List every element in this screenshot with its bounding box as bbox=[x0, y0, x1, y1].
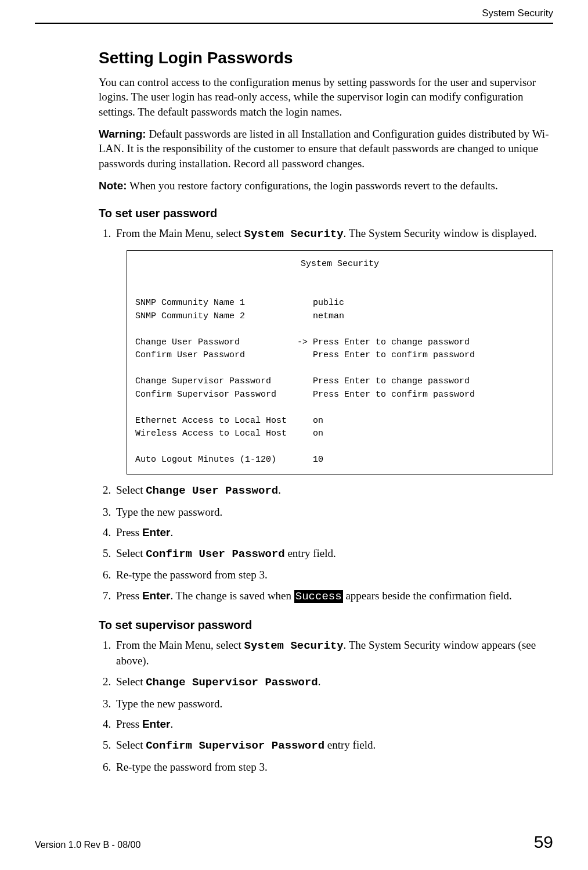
terminal-title: System Security bbox=[135, 258, 544, 271]
page-footer: Version 1.0 Rev B - 08/00 59 bbox=[35, 831, 553, 854]
status-success: Success bbox=[294, 590, 343, 603]
supervisor-password-steps: From the Main Menu, select System Securi… bbox=[99, 638, 553, 774]
user-password-heading: To set user password bbox=[99, 206, 553, 221]
terminal-line: SNMP Community Name 2 netman bbox=[135, 311, 344, 321]
list-item: Type the new password. bbox=[114, 696, 553, 711]
terminal-line: Ethernet Access to Local Host on bbox=[135, 416, 323, 426]
key-name: Enter bbox=[142, 589, 171, 602]
version-text: Version 1.0 Rev B - 08/00 bbox=[35, 839, 140, 851]
list-item: Select Confirm Supervisor Password entry… bbox=[114, 738, 553, 754]
list-item: Press Enter. bbox=[114, 717, 553, 732]
section-title: Setting Login Passwords bbox=[99, 47, 553, 69]
terminal-line: SNMP Community Name 1 public bbox=[135, 298, 344, 308]
warning-paragraph: Warning: Default passwords are listed in… bbox=[99, 127, 553, 171]
warning-body: Default passwords are listed in all Inst… bbox=[99, 128, 549, 170]
terminal-line: Change User Password -> Press Enter to c… bbox=[135, 337, 470, 347]
menu-command: System Security bbox=[244, 639, 344, 652]
key-name: Enter bbox=[142, 526, 171, 538]
user-password-steps: From the Main Menu, select System Securi… bbox=[99, 226, 553, 604]
list-item: Press Enter. The change is saved when Su… bbox=[114, 588, 553, 605]
list-item: From the Main Menu, select System Securi… bbox=[114, 638, 553, 668]
terminal-line: Auto Logout Minutes (1-120) 10 bbox=[135, 455, 323, 465]
header-rule bbox=[35, 23, 553, 24]
terminal-window: System Security SNMP Community Name 1 pu… bbox=[127, 250, 553, 474]
intro-paragraph: You can control access to the configurat… bbox=[99, 75, 553, 120]
note-label: Note: bbox=[99, 179, 127, 192]
menu-command: Change User Password bbox=[146, 484, 278, 497]
terminal-line: Wireless Access to Local Host on bbox=[135, 429, 323, 438]
list-item: Press Enter. bbox=[114, 525, 553, 540]
content-body: Setting Login Passwords You can control … bbox=[99, 47, 553, 774]
terminal-line: Confirm Supervisor Password Press Enter … bbox=[135, 390, 475, 400]
running-head: System Security bbox=[35, 0, 553, 20]
list-item: From the Main Menu, select System Securi… bbox=[114, 226, 553, 474]
list-item: Select Change Supervisor Password. bbox=[114, 674, 553, 691]
terminal-line: Confirm User Password Press Enter to con… bbox=[135, 350, 475, 360]
page-number: 59 bbox=[534, 831, 553, 854]
warning-label: Warning: bbox=[99, 128, 146, 140]
menu-command: Change Supervisor Password bbox=[146, 676, 318, 689]
supervisor-password-heading: To set supervisor password bbox=[99, 617, 553, 633]
list-item: Select Change User Password. bbox=[114, 483, 553, 499]
menu-command: Confirm User Password bbox=[146, 548, 284, 560]
list-item: Type the new password. bbox=[114, 505, 553, 520]
menu-command: System Security bbox=[244, 228, 344, 240]
list-item: Select Confirm User Password entry field… bbox=[114, 546, 553, 562]
key-name: Enter bbox=[142, 718, 171, 730]
list-item: Re-type the password from step 3. bbox=[114, 567, 553, 583]
menu-command: Confirm Supervisor Password bbox=[146, 739, 324, 752]
note-body: When you restore factory configurations,… bbox=[127, 179, 498, 192]
list-item: Re-type the password from step 3. bbox=[114, 760, 553, 775]
terminal-line: Change Supervisor Password Press Enter t… bbox=[135, 376, 470, 386]
note-paragraph: Note: When you restore factory configura… bbox=[99, 178, 553, 193]
